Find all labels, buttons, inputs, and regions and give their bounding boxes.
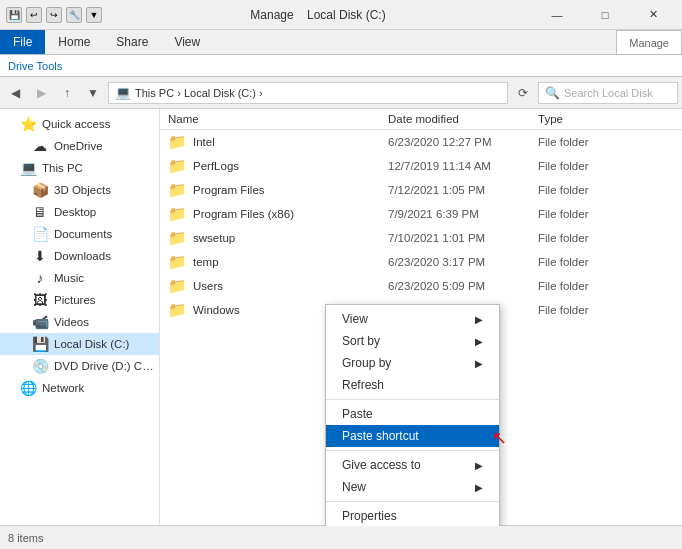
table-row[interactable]: 📁Intel 6/23/2020 12:27 PM File folder <box>160 130 682 154</box>
ctx-separator <box>326 450 499 451</box>
address-bar: ◀ ▶ ↑ ▼ 💻 This PC › Local Disk (C:) › ⟳ … <box>0 77 682 109</box>
table-row[interactable]: 📁swsetup 7/10/2021 1:01 PM File folder <box>160 226 682 250</box>
sidebar-item-dvd-drive[interactable]: 💿 DVD Drive (D:) CCS <box>0 355 159 377</box>
folder-icon: 📁 <box>168 205 187 223</box>
cursor-indicator: ↖ <box>492 427 507 449</box>
manage-label: Manage <box>250 8 293 22</box>
sidebar-item-label: OneDrive <box>54 140 103 152</box>
sidebar-item-local-disk[interactable]: 💾 Local Disk (C:) <box>0 333 159 355</box>
table-row[interactable]: 📁Program Files (x86) 7/9/2021 6:39 PM Fi… <box>160 202 682 226</box>
table-row[interactable]: 📁Program Files 7/12/2021 1:05 PM File fo… <box>160 178 682 202</box>
sidebar-item-label: Documents <box>54 228 112 240</box>
sidebar-item-this-pc[interactable]: 💻 This PC <box>0 157 159 179</box>
sidebar-item-onedrive[interactable]: ☁ OneDrive <box>0 135 159 157</box>
3d-icon: 📦 <box>32 182 48 198</box>
minimize-button[interactable]: — <box>534 1 580 29</box>
tab-home[interactable]: Home <box>45 30 103 54</box>
arrow-icon: ▶ <box>475 482 483 493</box>
ctx-item-group-by[interactable]: Group by ▶ <box>326 352 499 374</box>
folder-icon: 📁 <box>168 253 187 271</box>
sidebar-item-music[interactable]: ♪ Music <box>0 267 159 289</box>
folder-icon: 📁 <box>168 229 187 247</box>
ctx-item-new[interactable]: New ▶ <box>326 476 499 498</box>
tab-view[interactable]: View <box>161 30 213 54</box>
up-button[interactable]: ↑ <box>56 82 78 104</box>
address-path-box[interactable]: 💻 This PC › Local Disk (C:) › <box>108 82 508 104</box>
col-header-type[interactable]: Type <box>530 111 630 127</box>
videos-icon: 📹 <box>32 314 48 330</box>
col-header-date[interactable]: Date modified <box>380 111 530 127</box>
tab-share[interactable]: Share <box>103 30 161 54</box>
search-icon: 🔍 <box>545 86 560 100</box>
sidebar-item-network[interactable]: 🌐 Network <box>0 377 159 399</box>
network-icon: 🌐 <box>20 380 36 396</box>
ctx-item-give-access[interactable]: Give access to ▶ <box>326 454 499 476</box>
title-bar-controls: 💾 ↩ ↪ 🔧 ▼ <box>6 7 102 23</box>
back-button[interactable]: ◀ <box>4 82 26 104</box>
sidebar-item-desktop[interactable]: 🖥 Desktop <box>0 201 159 223</box>
address-path-text: This PC › Local Disk (C:) › <box>135 87 263 99</box>
table-row[interactable]: 📁Users 6/23/2020 5:09 PM File folder <box>160 274 682 298</box>
file-list-header: Name Date modified Type <box>160 109 682 130</box>
search-box[interactable]: 🔍 Search Local Disk <box>538 82 678 104</box>
sidebar-item-pictures[interactable]: 🖼 Pictures <box>0 289 159 311</box>
window-controls: — □ ✕ <box>534 1 676 29</box>
quick-access-btn[interactable]: 💾 <box>6 7 22 23</box>
sidebar-item-label: Network <box>42 382 84 394</box>
recent-locations-btn[interactable]: ▼ <box>82 82 104 104</box>
properties-btn[interactable]: 🔧 <box>66 7 82 23</box>
file-area[interactable]: Name Date modified Type 📁Intel 6/23/2020… <box>160 109 682 526</box>
ctx-item-paste-shortcut[interactable]: Paste shortcut ↖ <box>326 425 499 447</box>
arrow-icon: ▶ <box>475 336 483 347</box>
sidebar-item-label: Videos <box>54 316 89 328</box>
table-row[interactable]: 📁temp 6/23/2020 3:17 PM File folder <box>160 250 682 274</box>
sidebar-item-label: Music <box>54 272 84 284</box>
ctx-separator <box>326 501 499 502</box>
ribbon-content: Drive Tools <box>0 54 682 76</box>
pc-icon: 💻 <box>20 160 36 176</box>
window-title: Local Disk (C:) <box>307 8 386 22</box>
dropdown-btn[interactable]: ▼ <box>86 7 102 23</box>
tab-manage[interactable]: Manage <box>616 30 682 54</box>
folder-icon: 📁 <box>168 133 187 151</box>
folder-icon: 📁 <box>168 301 187 319</box>
folder-icon: 📁 <box>168 157 187 175</box>
close-button[interactable]: ✕ <box>630 1 676 29</box>
ctx-item-properties[interactable]: Properties <box>326 505 499 526</box>
manage-tab-label: Manage <box>629 37 669 49</box>
refresh-button[interactable]: ⟳ <box>512 82 534 104</box>
dvd-icon: 💿 <box>32 358 48 374</box>
sidebar-item-label: 3D Objects <box>54 184 111 196</box>
undo-btn[interactable]: ↩ <box>26 7 42 23</box>
ribbon-tab-bar: File Home Share View Manage <box>0 30 682 54</box>
redo-btn[interactable]: ↪ <box>46 7 62 23</box>
drive-tools-label: Drive Tools <box>8 60 62 72</box>
pictures-icon: 🖼 <box>32 292 48 308</box>
documents-icon: 📄 <box>32 226 48 242</box>
sidebar-item-label: This PC <box>42 162 83 174</box>
sidebar-item-documents[interactable]: 📄 Documents <box>0 223 159 245</box>
disk-icon: 💾 <box>32 336 48 352</box>
sidebar-item-downloads[interactable]: ⬇ Downloads <box>0 245 159 267</box>
ctx-item-paste[interactable]: Paste <box>326 403 499 425</box>
tab-file[interactable]: File <box>0 30 45 54</box>
arrow-icon: ▶ <box>475 460 483 471</box>
ribbon: File Home Share View Manage Drive Tools <box>0 30 682 77</box>
star-icon: ⭐ <box>20 116 36 132</box>
table-row[interactable]: 📁PerfLogs 12/7/2019 11:14 AM File folder <box>160 154 682 178</box>
ctx-item-refresh[interactable]: Refresh <box>326 374 499 396</box>
sidebar-item-3d-objects[interactable]: 📦 3D Objects <box>0 179 159 201</box>
status-bar: 8 items <box>0 525 682 549</box>
sidebar-item-videos[interactable]: 📹 Videos <box>0 311 159 333</box>
sidebar-item-label: Pictures <box>54 294 96 306</box>
arrow-icon: ▶ <box>475 358 483 369</box>
ctx-item-sort-by[interactable]: Sort by ▶ <box>326 330 499 352</box>
ctx-item-view[interactable]: View ▶ <box>326 308 499 330</box>
sidebar-item-quick-access[interactable]: ⭐ Quick access <box>0 113 159 135</box>
context-menu: View ▶ Sort by ▶ Group by ▶ Refresh Past… <box>325 304 500 526</box>
maximize-button[interactable]: □ <box>582 1 628 29</box>
forward-button[interactable]: ▶ <box>30 82 52 104</box>
col-header-name[interactable]: Name <box>160 111 380 127</box>
arrow-icon: ▶ <box>475 314 483 325</box>
sidebar: ⭐ Quick access ☁ OneDrive 💻 This PC 📦 3D… <box>0 109 160 526</box>
